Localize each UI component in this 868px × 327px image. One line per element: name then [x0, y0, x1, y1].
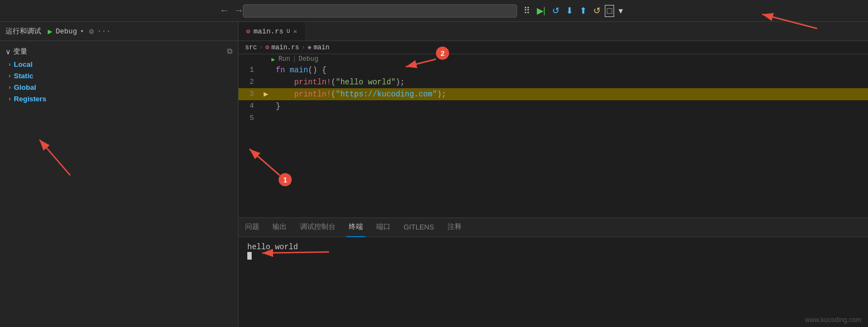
- panel-tab-ports[interactable]: 端口: [374, 217, 393, 237]
- toolbar-nav: ← →: [219, 5, 243, 16]
- variables-section: ∨ 变量 ⧉ › Local › Static › Global › Regis…: [0, 41, 238, 108]
- code-line-3: 3 ▶ println!("https://kucoding.com");: [239, 88, 868, 100]
- code-line-4: 4 }: [239, 100, 868, 112]
- toolbar-stepout-icon[interactable]: ⬆: [577, 4, 589, 17]
- global-arrow-icon: ›: [9, 84, 10, 90]
- editor-area: ⚙ main.rs U ✕ src › ⚙ main.rs › ◈ main: [239, 22, 868, 327]
- line-num-3: 3: [239, 88, 260, 100]
- sidebar: 运行和调试 ▶ Debug ▾ ⚙ ··· ∨ 变量 ⧉ › Local: [0, 22, 239, 327]
- toolbar-search-input[interactable]: [243, 4, 517, 18]
- global-label: Global: [14, 83, 36, 91]
- terminal-cursor: [247, 252, 252, 260]
- local-label: Local: [14, 60, 32, 68]
- variables-label: 变量: [13, 47, 27, 56]
- registers-label: Registers: [14, 95, 46, 103]
- code-lines: 1 fn main() { 2 println!("hello world");…: [239, 64, 868, 124]
- registers-arrow-icon: ›: [9, 96, 10, 102]
- tab-bar: ⚙ main.rs U ✕: [239, 22, 868, 41]
- terminal-cursor-line: [247, 251, 859, 260]
- code-line-5: 5: [239, 112, 868, 124]
- top-toolbar: ← → ⠿ ▶| ↺ ⬇ ⬆ ↺ □ ▾: [0, 0, 868, 22]
- codelens-separator: |: [292, 55, 296, 63]
- line-content-5: [271, 112, 280, 124]
- panel-tab-issues[interactable]: 问题: [243, 217, 262, 237]
- panel-content: hello world: [239, 237, 868, 327]
- codelens-debug-link[interactable]: Debug: [298, 55, 318, 63]
- debug-name: Debug: [55, 27, 77, 36]
- gutter-3: ▶: [260, 88, 271, 100]
- nav-back-button[interactable]: ←: [219, 5, 229, 16]
- tab-main-rs[interactable]: ⚙ main.rs U ✕: [239, 22, 305, 41]
- breadcrumb-file: ⚙ main.rs: [265, 43, 299, 51]
- debug-run-icon: ▶: [48, 27, 52, 36]
- panel-tab-debug-console[interactable]: 调试控制台: [298, 217, 338, 237]
- bottom-panel: 问题 输出 调试控制台 终端 端口 GITLENS 注释 hello world: [239, 217, 868, 327]
- toolbar-stepover-icon[interactable]: ⬇: [564, 4, 575, 17]
- breadcrumb-function: ◈ main: [308, 43, 330, 51]
- toolbar-grid-icon[interactable]: ⠿: [521, 4, 532, 17]
- tab-close-icon[interactable]: ✕: [293, 27, 297, 36]
- terminal-output-line: hello world: [247, 243, 859, 251]
- line-num-4: 4: [239, 100, 260, 112]
- code-line-2: 2 println!("hello world");: [239, 76, 868, 88]
- breadcrumb-src: src: [245, 44, 257, 51]
- panel-tab-gitlens[interactable]: GITLENS: [401, 219, 436, 237]
- copy-icon[interactable]: ⧉: [227, 47, 232, 56]
- sidebar-item-registers[interactable]: › Registers: [0, 93, 238, 105]
- line-content-1: fn main() {: [271, 64, 326, 76]
- panel-tab-terminal[interactable]: 终端: [347, 217, 365, 237]
- codelens-bar: ▶ Run | Debug: [239, 54, 868, 64]
- watermark: www.kucoding.com: [805, 316, 861, 324]
- breadcrumb: src › ⚙ main.rs › ◈ main: [239, 41, 868, 54]
- line-content-2: println!("hello world");: [271, 76, 405, 88]
- variables-header: ∨ 变量 ⧉: [0, 44, 238, 59]
- tab-rust-icon: ⚙: [246, 27, 250, 36]
- breadcrumb-cube-icon: ◈: [308, 43, 311, 51]
- breadcrumb-sep-1: ›: [259, 44, 263, 51]
- panel-tab-output[interactable]: 输出: [270, 217, 289, 237]
- sidebar-title: 运行和调试: [5, 26, 41, 36]
- code-line-1: 1 fn main() {: [239, 64, 868, 76]
- line-num-1: 1: [239, 64, 260, 76]
- debug-dropdown-icon[interactable]: ▾: [80, 28, 83, 35]
- panel-tab-comments[interactable]: 注释: [445, 217, 464, 237]
- breadcrumb-sep-2: ›: [301, 44, 305, 51]
- toolbar-restart-icon[interactable]: ↺: [550, 4, 561, 17]
- nav-forward-button[interactable]: →: [234, 5, 243, 16]
- sidebar-header: 运行和调试 ▶ Debug ▾ ⚙ ···: [0, 22, 238, 41]
- main-container: 运行和调试 ▶ Debug ▾ ⚙ ··· ∨ 变量 ⧉ › Local: [0, 22, 868, 327]
- line-num-2: 2: [239, 76, 260, 88]
- line-num-5: 5: [239, 112, 260, 124]
- local-arrow-icon: ›: [9, 61, 10, 67]
- toolbar-square-icon[interactable]: □: [605, 5, 615, 17]
- variables-title: ∨ 变量: [5, 47, 27, 56]
- toolbar-run-icon[interactable]: ▶|: [535, 4, 548, 17]
- toolbar-dropdown-icon[interactable]: ▾: [616, 4, 625, 17]
- codelens-run-link[interactable]: Run: [279, 55, 291, 63]
- sidebar-item-static[interactable]: › Static: [0, 70, 238, 82]
- tab-modified-indicator: U: [287, 28, 290, 35]
- toolbar-stop-icon[interactable]: ↺: [591, 4, 603, 17]
- line-content-4: }: [271, 100, 280, 112]
- breadcrumb-rust-icon: ⚙: [265, 43, 269, 51]
- static-arrow-icon: ›: [9, 73, 10, 79]
- toolbar-icons: ⠿ ▶| ↺ ⬇ ⬆ ↺ □ ▾: [521, 4, 626, 17]
- variables-collapse-icon[interactable]: ∨: [5, 48, 11, 56]
- panel-tabs: 问题 输出 调试控制台 终端 端口 GITLENS 注释: [239, 218, 868, 237]
- sidebar-item-local[interactable]: › Local: [0, 59, 238, 70]
- tab-filename: main.rs: [253, 27, 283, 36]
- codelens-run-icon: ▶: [271, 56, 275, 63]
- breakpoint-arrow-icon: ▶: [264, 88, 268, 100]
- debug-more-icon[interactable]: ···: [97, 27, 111, 36]
- sidebar-item-global[interactable]: › Global: [0, 82, 238, 93]
- code-editor[interactable]: ▶ Run | Debug 1 fn main() { 2 println!("…: [239, 54, 868, 217]
- line-content-3: println!("https://kucoding.com");: [271, 88, 446, 100]
- debug-config: ▶ Debug ▾ ⚙ ···: [48, 27, 111, 36]
- static-label: Static: [14, 72, 33, 80]
- debug-gear-icon[interactable]: ⚙: [89, 27, 93, 36]
